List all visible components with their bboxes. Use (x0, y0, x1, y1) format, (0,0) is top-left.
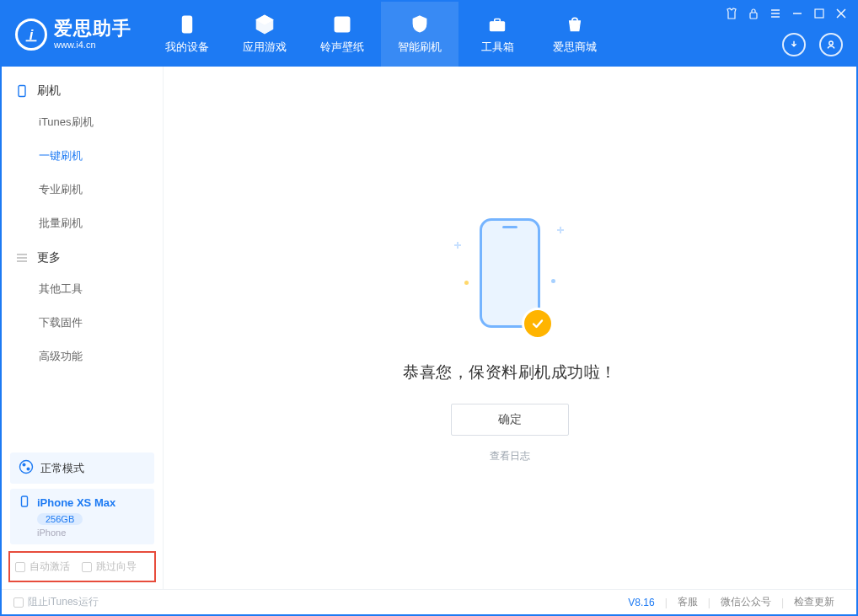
success-title: 恭喜您，保资料刷机成功啦！ (403, 362, 617, 383)
nav-tab-ringtones[interactable]: 铃声壁纸 (303, 2, 381, 67)
svg-rect-11 (815, 9, 823, 18)
version-label: V8.16 (628, 597, 654, 608)
svg-rect-6 (750, 13, 757, 19)
checkbox-skip-guide[interactable]: 跳过向导 (82, 560, 137, 574)
shop-icon (564, 13, 586, 35)
user-button[interactable] (819, 33, 843, 56)
svg-text:i: i (29, 26, 34, 41)
download-button[interactable] (782, 33, 806, 56)
view-log-link[interactable]: 查看日志 (490, 449, 530, 463)
svg-rect-5 (495, 19, 501, 22)
sidebar: 刷机 iTunes刷机 一键刷机 专业刷机 批量刷机 更多 其他工具 下载固件 … (2, 67, 164, 589)
nav-label: 智能刷机 (398, 40, 442, 55)
mode-box[interactable]: 正常模式 (10, 453, 154, 484)
nav-label: 铃声壁纸 (320, 40, 364, 55)
header-actions (782, 33, 843, 56)
svg-rect-22 (22, 496, 28, 506)
svg-rect-15 (19, 86, 25, 97)
logo-icon: i (15, 19, 47, 51)
sidebar-item-advanced[interactable]: 高级功能 (2, 340, 163, 373)
sidebar-item-other-tools[interactable]: 其他工具 (2, 272, 163, 306)
checkbox-label: 阻止iTunes运行 (28, 595, 99, 609)
sidebar-item-batch-flash[interactable]: 批量刷机 (2, 206, 163, 240)
device-name: iPhone XS Max (37, 496, 115, 509)
sidebar-item-oneclick-flash[interactable]: 一键刷机 (2, 139, 163, 173)
checkbox-auto-activate[interactable]: 自动激活 (15, 560, 70, 574)
dot-icon (464, 281, 469, 285)
nav-tabs: 我的设备 应用游戏 铃声壁纸 智能刷机 工具箱 爱思商城 (148, 2, 614, 67)
nav-tab-mydevice[interactable]: 我的设备 (148, 2, 226, 67)
logo-block: i 爱思助手 www.i4.cn (2, 2, 148, 67)
device-type: iPhone (37, 528, 146, 538)
nav-label: 爱思商城 (553, 40, 597, 55)
cube-icon (254, 13, 276, 35)
svg-point-14 (829, 41, 833, 45)
highlighted-checkbox-bar: 自动激活 跳过向导 (8, 551, 156, 582)
svg-rect-4 (490, 22, 504, 31)
header: i 爱思助手 www.i4.cn 我的设备 应用游戏 铃声壁纸 智能刷 (2, 2, 856, 67)
sidebar-group-more: 更多 (2, 240, 163, 272)
nav-tab-toolbox[interactable]: 工具箱 (458, 2, 536, 67)
checkbox-icon (15, 562, 25, 572)
success-illustration (451, 218, 569, 345)
device-row: iPhone XS Max (19, 495, 146, 510)
group-label: 刷机 (37, 83, 61, 99)
sidebar-scroll: 刷机 iTunes刷机 一键刷机 专业刷机 批量刷机 更多 其他工具 下载固件 … (2, 67, 163, 447)
main-content: 恭喜您，保资料刷机成功啦！ 确定 查看日志 (164, 67, 856, 589)
minimize-icon[interactable] (791, 7, 804, 20)
window-controls-top (725, 7, 848, 20)
footer-links: 客服 | 微信公众号 | 检查更新 (668, 595, 845, 609)
sidebar-item-download-fw[interactable]: 下载固件 (2, 306, 163, 340)
group-label: 更多 (37, 250, 61, 265)
device-box[interactable]: iPhone XS Max 256GB iPhone (10, 489, 154, 544)
sidebar-item-pro-flash[interactable]: 专业刷机 (2, 173, 163, 206)
lock-icon[interactable] (747, 7, 760, 20)
checkbox-label: 自动激活 (29, 560, 70, 574)
svg-point-20 (23, 463, 26, 467)
nav-label: 工具箱 (481, 40, 514, 55)
phone-small-icon (19, 495, 30, 510)
svg-rect-2 (183, 16, 192, 33)
nav-label: 应用游戏 (243, 40, 287, 55)
app-subtitle: www.i4.cn (54, 40, 131, 50)
menu-icon[interactable] (769, 7, 782, 20)
device-storage-badge: 256GB (37, 513, 83, 525)
phone-icon (176, 13, 198, 35)
device-icon (15, 84, 29, 98)
checkbox-icon (13, 597, 24, 608)
footer-link-support[interactable]: 客服 (668, 595, 708, 609)
shirt-icon[interactable] (725, 7, 738, 20)
sidebar-bottom: 正常模式 iPhone XS Max 256GB iPhone 自动激活 (2, 447, 163, 589)
nav-label: 我的设备 (165, 40, 209, 55)
checkbox-block-itunes[interactable]: 阻止iTunes运行 (13, 595, 99, 609)
nav-tab-flash[interactable]: 智能刷机 (381, 2, 458, 67)
sparkle-icon (454, 242, 461, 249)
sidebar-item-itunes-flash[interactable]: iTunes刷机 (2, 105, 163, 139)
shield-refresh-icon (409, 13, 431, 35)
maximize-icon[interactable] (812, 7, 826, 20)
close-icon[interactable] (834, 7, 848, 20)
toolbox-icon (486, 13, 508, 35)
checkbox-label: 跳过向导 (96, 560, 137, 574)
nav-tab-shop[interactable]: 爱思商城 (536, 2, 614, 67)
app-window: i 爱思助手 www.i4.cn 我的设备 应用游戏 铃声壁纸 智能刷 (0, 0, 858, 616)
logo-text: 爱思助手 www.i4.cn (54, 19, 131, 49)
sidebar-group-flash: 刷机 (2, 73, 163, 105)
svg-point-19 (20, 461, 33, 474)
mode-label: 正常模式 (40, 461, 84, 476)
checkbox-icon (82, 562, 92, 572)
check-circle-icon (522, 308, 554, 340)
app-title: 爱思助手 (54, 19, 131, 39)
body: 刷机 iTunes刷机 一键刷机 专业刷机 批量刷机 更多 其他工具 下载固件 … (2, 67, 856, 589)
list-icon (15, 251, 29, 265)
footer-link-wechat[interactable]: 微信公众号 (711, 595, 781, 609)
dot-icon (551, 279, 555, 283)
music-note-icon (331, 13, 353, 35)
ok-button[interactable]: 确定 (451, 404, 569, 436)
sparkle-icon (557, 227, 564, 233)
footer-link-update[interactable]: 检查更新 (784, 595, 845, 609)
nav-tab-apps[interactable]: 应用游戏 (226, 2, 303, 67)
mode-icon (19, 459, 34, 477)
footer: 阻止iTunes运行 V8.16 | 客服 | 微信公众号 | 检查更新 (2, 589, 856, 614)
svg-point-21 (27, 468, 30, 471)
